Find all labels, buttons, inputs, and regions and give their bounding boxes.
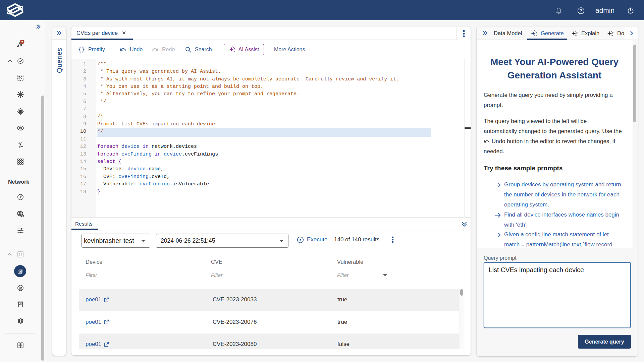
svg-text:?: ? bbox=[580, 8, 582, 13]
